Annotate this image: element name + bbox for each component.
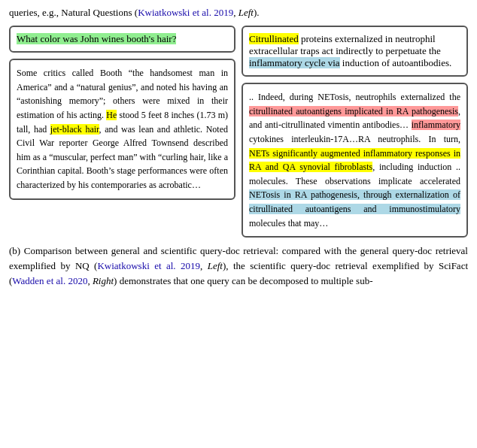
left-doc-text1: Some critics called Booth “the handsomes… [17, 68, 228, 190]
header-italic1: Left [238, 7, 254, 18]
right-query-part3: inflammatory cycle via [249, 57, 340, 68]
right-query-part4: induction of autoantibodies. [340, 57, 452, 68]
header-prefix: queries, e.g., Natural Questions ( [9, 7, 138, 18]
bottom-italic2: Right [93, 275, 114, 286]
header-link1[interactable]: Kwiatkowski et al. 2019 [138, 7, 233, 18]
bottom-italic1: Left [208, 260, 223, 271]
left-query-text: What color was John wines booth's hair? [17, 33, 176, 44]
bottom-caption: (b) Comparison between general and scien… [9, 244, 468, 289]
header-close1: ). [254, 7, 260, 18]
left-column: What color was John wines booth's hair? … [9, 26, 235, 238]
bottom-link2[interactable]: Wadden et al. 2020 [12, 275, 87, 286]
header-line: queries, e.g., Natural Questions (Kwiatk… [9, 6, 468, 20]
right-query-part1: Citrullinated [249, 33, 299, 44]
right-doc-box: .. Indeed, during NETosis, neutrophils e… [242, 83, 468, 238]
bottom-mid1: , [200, 260, 208, 271]
left-query-box: What color was John wines booth's hair? [9, 26, 235, 53]
right-column: Citrullinated proteins externalized in n… [242, 26, 468, 238]
bottom-link1[interactable]: Kwiatkowski et al. 2019 [97, 260, 200, 271]
left-doc-box: Some critics called Booth “the handsomes… [9, 59, 235, 199]
panels-row: What color was John wines booth's hair? … [9, 26, 468, 238]
bottom-end: ) demonstrates that one query can be dec… [114, 275, 372, 286]
right-doc-text: .. Indeed, during NETosis, neutrophils e… [249, 92, 460, 228]
right-query-box: Citrullinated proteins externalized in n… [242, 26, 468, 77]
